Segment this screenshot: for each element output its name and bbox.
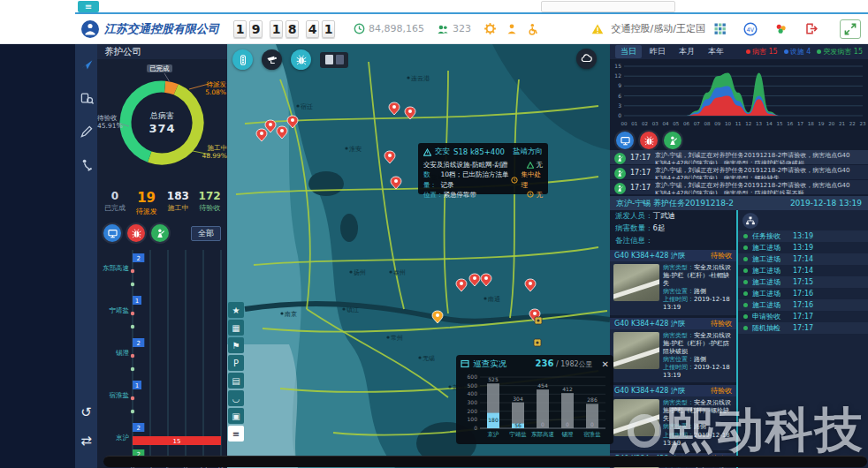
menu-tool-icon[interactable]: ≡ xyxy=(228,426,244,442)
undo-icon[interactable]: ↺ xyxy=(75,404,97,420)
panel-tool-icon[interactable]: ▤ xyxy=(228,373,244,389)
bug-icon[interactable] xyxy=(291,49,311,70)
svg-text:525: 525 xyxy=(488,376,499,382)
layer-toggle[interactable] xyxy=(320,52,348,68)
accessible-person-icon[interactable] xyxy=(527,23,539,35)
svg-text:21: 21 xyxy=(839,121,845,126)
grid-apps-icon[interactable] xyxy=(713,22,727,35)
company-name: 江苏交通控股有限公司 xyxy=(104,21,219,37)
cleaning-icon[interactable] xyxy=(75,152,97,178)
disease-card[interactable]: G40 K384+428 沪陕待验收 病害类型：安全及沿线设施-护栏（栏杆）-螺… xyxy=(610,385,736,450)
patrol-bar-chart: 0100200300400500600525180京沪30456宁靖盐4540东… xyxy=(461,370,609,442)
svg-text:17: 17 xyxy=(797,121,803,126)
panel-title: 养护公司 xyxy=(97,44,227,59)
flip-digit: 9 xyxy=(249,20,263,38)
svg-text:淮安: 淮安 xyxy=(349,146,362,153)
cctv-camera-icon[interactable] xyxy=(262,49,282,70)
4v-badge-icon[interactable]: 4V xyxy=(743,22,758,36)
person-icon[interactable] xyxy=(506,23,518,35)
timeline-row[interactable]: 施工进场17:14 xyxy=(738,253,868,265)
traffic-dashboard: ≡ 江苏交通控股有限公司 191841 84,898,165 323 交通控股/… xyxy=(0,0,868,468)
timeline-row[interactable]: 施工进场17:14 xyxy=(738,265,868,276)
notification-row[interactable]: 17:17京沪-宁锡，刘诚正在对养护任务20191218-2申请验收，病害地点G… xyxy=(610,165,868,180)
svg-text:304: 304 xyxy=(513,396,523,402)
flag-tool-icon[interactable]: ⚑ xyxy=(228,337,244,353)
parking-tool-icon[interactable]: P xyxy=(228,355,244,371)
close-icon[interactable]: ✕ xyxy=(602,359,609,369)
tab-本月[interactable]: 本月 xyxy=(674,45,700,58)
tab-昨日[interactable]: 昨日 xyxy=(644,45,671,58)
task-datetime: 2019-12-18 13:19 xyxy=(790,199,862,208)
tooltip-row: 交安及沿线设施-防眩网-刮蹭无 xyxy=(423,160,543,170)
color-dots-icon[interactable] xyxy=(774,22,788,35)
nav-route-icon[interactable] xyxy=(75,51,97,78)
legend-病害: 病害 15 xyxy=(746,47,778,57)
clock-icon xyxy=(354,23,365,34)
bug-filter-button[interactable] xyxy=(640,132,658,149)
bug-filter-button[interactable] xyxy=(127,224,145,242)
logout-icon[interactable] xyxy=(804,22,818,35)
svg-text:宿淮盐: 宿淮盐 xyxy=(583,431,601,438)
svg-text:2: 2 xyxy=(136,425,140,432)
svg-text:锡澄: 锡澄 xyxy=(561,431,575,438)
disease-photo[interactable] xyxy=(613,264,659,301)
monitor-filter-button[interactable] xyxy=(616,132,634,149)
flip-digit: 8 xyxy=(286,20,299,38)
timeline-row[interactable]: 施工进场13:19 xyxy=(738,242,868,253)
svg-text:06: 06 xyxy=(683,121,689,126)
timeline-time: 17:14 xyxy=(793,267,813,275)
company-bar-chart: 03691215东部高速2宁靖盐1锡澄2宿淮盐1京沪2152 xyxy=(97,245,227,468)
task-header[interactable]: 京沪-宁锡 养护任务20191218-2 2019-12-18 13:19 xyxy=(610,196,868,210)
disease-photo[interactable] xyxy=(613,332,659,369)
timeline-label: 施工进场 xyxy=(752,254,780,264)
status-badge: 待验收 xyxy=(711,386,732,396)
disease-card[interactable]: G40 K384+428 沪陕待验收 病害类型：安全及沿线设施-护栏（栏杆）-柱… xyxy=(610,250,736,315)
swap-icon[interactable]: ⇄ xyxy=(75,433,97,449)
svg-text:00: 00 xyxy=(621,121,628,126)
svg-text:12: 12 xyxy=(745,121,751,126)
timeline-row[interactable]: 任务接收13:19 xyxy=(738,230,868,242)
sitemap-icon[interactable] xyxy=(742,213,758,229)
timeline-row[interactable]: 施工进场17:15 xyxy=(738,276,868,288)
gear-icon[interactable] xyxy=(483,22,497,35)
all-button[interactable]: 全部 xyxy=(191,226,221,241)
favorite-tool-icon[interactable]: ★ xyxy=(228,302,244,318)
camera-marker[interactable] xyxy=(534,339,541,346)
flip-digit: 1 xyxy=(270,20,283,38)
user-breadcrumb[interactable]: 交通控股/感动/王定国 xyxy=(612,22,705,35)
patrol-search-icon[interactable] xyxy=(75,85,97,111)
timeline-label: 随机抽检 xyxy=(752,323,780,333)
stats-tool-icon[interactable]: ▦ xyxy=(228,320,244,336)
svg-text:454: 454 xyxy=(537,382,548,389)
weather-tool-icon[interactable]: ◡ xyxy=(228,390,244,406)
notification-row[interactable]: 17:17京沪-宁锡，刘诚正在对养护任务20191218-2申请验收，病害地点G… xyxy=(610,180,868,195)
timeline-row[interactable]: 随机抽检17:17 xyxy=(738,322,868,334)
worker-filter-button[interactable] xyxy=(664,132,681,149)
timeline-row[interactable]: 施工进场17:16 xyxy=(738,288,868,299)
timeline-row[interactable]: 申请验收17:17 xyxy=(738,311,868,322)
disease-card[interactable]: G40 K384+428 沪陕待验收 病害类型：安全及沿线设施-护栏（栏杆）-护… xyxy=(610,318,736,383)
image-tool-icon[interactable]: ▣ xyxy=(228,408,244,424)
cloud-button[interactable] xyxy=(576,49,597,69)
disease-photo[interactable] xyxy=(613,399,659,436)
fullscreen-expand-button[interactable] xyxy=(840,19,861,39)
traffic-light-icon[interactable] xyxy=(232,49,253,70)
callout-accept: 待验收 45.91% xyxy=(97,114,123,131)
patrol-popup: 巡查实况 236 / 1982公里 ✕ 01002003004005006005… xyxy=(456,355,613,444)
timeline-time: 17:16 xyxy=(793,290,813,298)
period-tabs: 当日昨日本月本年病害 15设施 4突发病害 15 xyxy=(610,44,868,59)
svg-text:03: 03 xyxy=(652,121,659,126)
camera-marker[interactable] xyxy=(535,317,542,324)
tab-本年[interactable]: 本年 xyxy=(703,45,729,58)
svg-text:15: 15 xyxy=(614,63,621,69)
monitor-filter-button[interactable] xyxy=(103,224,121,242)
report-icon[interactable] xyxy=(75,118,97,145)
callout-done: 已完成 xyxy=(147,64,172,72)
tab-当日[interactable]: 当日 xyxy=(615,45,642,58)
notification-row[interactable]: 17:17京沪-宁锡，刘诚正在对养护任务20191218-2申请验收，病害地点G… xyxy=(610,150,868,165)
timeline-row[interactable]: 施工进场17:16 xyxy=(738,299,868,311)
svg-text:08: 08 xyxy=(704,121,710,126)
worker-filter-button[interactable] xyxy=(151,224,169,242)
top-divider xyxy=(75,12,868,14)
hamburger-menu-button[interactable]: ≡ xyxy=(78,1,99,12)
